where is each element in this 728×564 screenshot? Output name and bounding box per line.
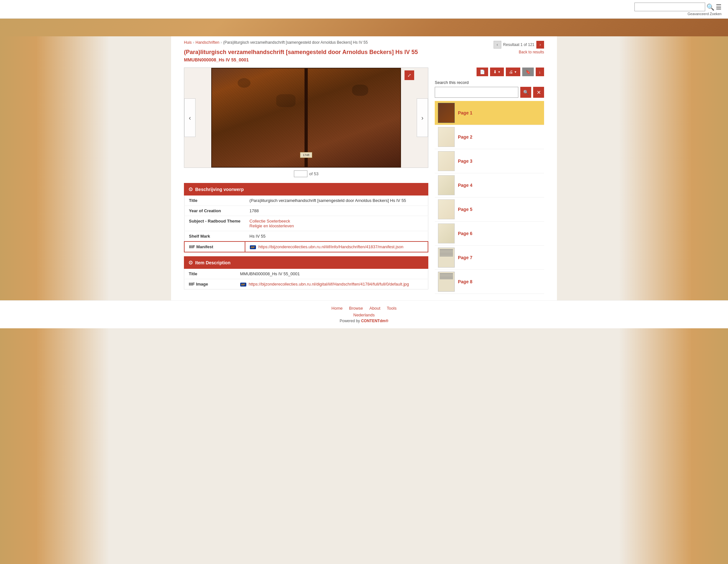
beschrijving-label: Beschrijving voorwerp (195, 187, 244, 192)
footer-link-about[interactable]: About (369, 306, 380, 311)
page-counter: 1 of 53 (184, 168, 428, 180)
footer-link-browse[interactable]: Browse (349, 306, 363, 311)
thumb-img-4 (438, 175, 455, 195)
bookmark-button[interactable]: 🔖 (522, 68, 534, 76)
download-icon: ⬇ (493, 69, 497, 74)
global-search-input[interactable] (634, 3, 705, 11)
beschrijving-header: ⊙ Beschrijving voorwerp (184, 183, 428, 196)
print-button[interactable]: 🖨▼ (506, 68, 520, 76)
book-label: 1748 (300, 152, 312, 158)
thumb-img-8 (438, 272, 455, 292)
page-number-input[interactable]: 1 (294, 170, 307, 177)
top-nav: 🔍 ☰ Geavanceerd Zoeken (0, 0, 728, 19)
result-nav: ‹ Resultaat 1 of 121 › (494, 41, 544, 49)
footer-powered: Powered by CONTENTdm® (5, 319, 723, 323)
next-result-button[interactable]: › (536, 41, 544, 49)
shelf-value: Hs IV 55 (245, 231, 428, 242)
iiif-manifest-link[interactable]: https://bijzonderecollecties.ubn.ru.nl/i… (258, 244, 403, 249)
thumbnail-page-7[interactable]: Page 7 (435, 246, 544, 270)
back-to-results-link[interactable]: Back to results (519, 50, 544, 54)
image-viewer: ‹ 1748 ⤢ › (184, 68, 428, 168)
expand-image-button[interactable]: ⤢ (405, 70, 414, 80)
item-description-header: ⊙ Item Description (184, 256, 428, 269)
book-image: 1748 (211, 68, 401, 168)
thumb-label-5: Page 5 (458, 207, 472, 212)
thumbnail-page-2[interactable]: Page 2 (435, 125, 544, 149)
thumbnail-page-8[interactable]: Page 8 (435, 270, 544, 294)
download-arrow: ▼ (498, 70, 501, 74)
item-row-iiif-image: IIIF Image IIIF https://bijzonderecollec… (184, 279, 428, 289)
advanced-search-label: Geavanceerd Zoeken (687, 12, 722, 16)
image-main-area: 1748 ⤢ (196, 68, 417, 168)
thumbnail-page-4[interactable]: Page 4 (435, 173, 544, 197)
footer-links: Home Browse About Tools (5, 306, 723, 311)
footer: Home Browse About Tools Nederlands Power… (0, 300, 728, 328)
thumbnail-page-1[interactable]: Page 1 (435, 101, 544, 125)
nav-icons-row: 🔍 ☰ (634, 3, 722, 11)
record-search-button[interactable]: 🔍 (520, 87, 531, 98)
breadcrumb-current: (Para)liturgisch verzamelhandschrift [sa… (223, 40, 368, 45)
page-title: (Para)liturgisch verzamelhandschrift [sa… (184, 49, 544, 56)
result-count: Resultaat 1 of 121 (503, 42, 534, 47)
page-subtitle: MMUBN000008_Hs IV 55_0001 (184, 57, 544, 62)
search-record-label: Search this record (435, 80, 544, 85)
toolbar-row: 📄 ⬇▼ 🖨▼ 🔖 ↓ (435, 68, 544, 76)
prev-result-button[interactable]: ‹ (494, 41, 501, 49)
year-value: 1788 (245, 206, 428, 216)
item-icon: ⊙ (188, 259, 193, 266)
thumbnails-panel: 📄 ⬇▼ 🖨▼ 🔖 ↓ Search this record (435, 68, 544, 294)
breadcrumb-collection[interactable]: Handschriften (196, 40, 219, 45)
item-row-title: Title MMUBN000008_Hs IV 55_0001 (184, 269, 428, 279)
footer-link-tools[interactable]: Tools (387, 306, 396, 311)
thumb-label-1: Page 1 (458, 110, 472, 115)
record-search-row: 🔍 ✕ (435, 87, 544, 98)
thumb-label-6: Page 6 (458, 231, 472, 236)
thumb-label-7: Page 7 (458, 255, 472, 260)
print-arrow: ▼ (514, 70, 517, 74)
download-button[interactable]: ⬇▼ (490, 68, 504, 76)
image-panel: ‹ 1748 ⤢ › (184, 68, 428, 289)
print-icon: 🖨 (509, 69, 513, 74)
record-search-clear[interactable]: ✕ (533, 87, 544, 98)
image-next-button[interactable]: › (417, 98, 428, 137)
footer-lang-link[interactable]: Nederlands (353, 313, 375, 317)
iiif-image-icon: IIIF (240, 283, 246, 287)
hamburger-menu-button[interactable]: ☰ (716, 3, 722, 11)
table-row-iiif: IIIF Manifest IIIF https://bijzonderecol… (184, 241, 428, 252)
subject-link-2[interactable]: Religie en kloosterleven (250, 223, 423, 228)
bookmark-icon: 🔖 (525, 69, 531, 74)
thumbnail-page-6[interactable]: Page 6 (435, 222, 544, 246)
table-row-title: Title (Para)liturgisch verzamelhandschri… (184, 196, 428, 206)
subject-link-1[interactable]: Collectie Soeterbeeck (250, 219, 423, 223)
thumb-img-1 (438, 103, 455, 123)
item-label: Item Description (195, 260, 231, 265)
thumb-img-3 (438, 151, 455, 171)
iiif-image-link[interactable]: https://bijzonderecollecties.ubn.ru.nl/d… (249, 282, 409, 287)
beschrijving-icon: ⊙ (188, 186, 193, 192)
thumb-img-6 (438, 223, 455, 243)
table-row-year: Year of Creation 1788 (184, 206, 428, 216)
record-search-input[interactable] (435, 87, 518, 98)
share-button[interactable]: ↓ (536, 68, 544, 76)
thumbnail-list: Page 1 Page 2 Page 3 Page 4 (435, 101, 544, 294)
content-layout: ‹ 1748 ⤢ › (177, 68, 551, 300)
pdf-button[interactable]: 📄 (477, 68, 488, 76)
image-prev-button[interactable]: ‹ (184, 98, 196, 137)
thumb-label-8: Page 8 (458, 279, 472, 284)
share-icon: ↓ (539, 69, 541, 74)
header-section: ‹ Resultaat 1 of 121 › Huis › Handschrif… (177, 36, 551, 68)
thumbnail-page-3[interactable]: Page 3 (435, 149, 544, 173)
footer-link-home[interactable]: Home (332, 306, 343, 311)
global-search-button[interactable]: 🔍 (706, 3, 714, 11)
footer-language: Nederlands (5, 313, 723, 317)
thumb-label-3: Page 3 (458, 159, 472, 164)
breadcrumb-home[interactable]: Huis (184, 40, 192, 45)
table-row-shelf: Shelf Mark Hs IV 55 (184, 231, 428, 242)
thumbnail-page-5[interactable]: Page 5 (435, 197, 544, 222)
thumb-img-5 (438, 199, 455, 219)
title-value: (Para)liturgisch verzamelhandschrift [sa… (245, 196, 428, 206)
thumb-img-7 (438, 248, 455, 268)
thumb-label-2: Page 2 (458, 134, 472, 140)
beschrijving-table: Title (Para)liturgisch verzamelhandschri… (184, 196, 428, 252)
item-title-value: MMUBN000008_Hs IV 55_0001 (236, 269, 428, 279)
